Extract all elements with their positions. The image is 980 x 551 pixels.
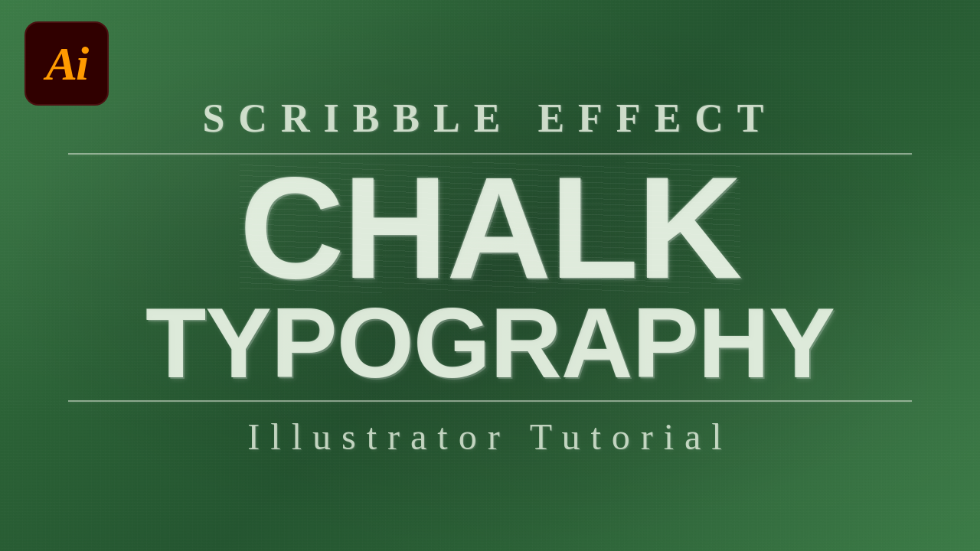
main-content-area: SCRIBBLE EFFECT CHALK TYPOGRAPHY Illustr… bbox=[0, 67, 980, 485]
ai-logo-text: Ai bbox=[46, 40, 88, 87]
scribble-effect-label: SCRIBBLE EFFECT bbox=[202, 96, 777, 141]
bottom-section: Illustrator Tutorial bbox=[46, 393, 934, 462]
typography-heading: TYPOGRAPHY bbox=[145, 293, 835, 393]
bottom-divider bbox=[68, 400, 912, 402]
ai-logo: Ai bbox=[24, 21, 109, 106]
chalk-typography-section: CHALK TYPOGRAPHY bbox=[46, 162, 934, 393]
chalk-heading: CHALK bbox=[240, 162, 741, 293]
chalkboard-background: Ai SCRIBBLE EFFECT CHALK TYPOGRAPHY Illu… bbox=[0, 0, 980, 551]
illustrator-tutorial-label: Illustrator Tutorial bbox=[247, 416, 732, 458]
